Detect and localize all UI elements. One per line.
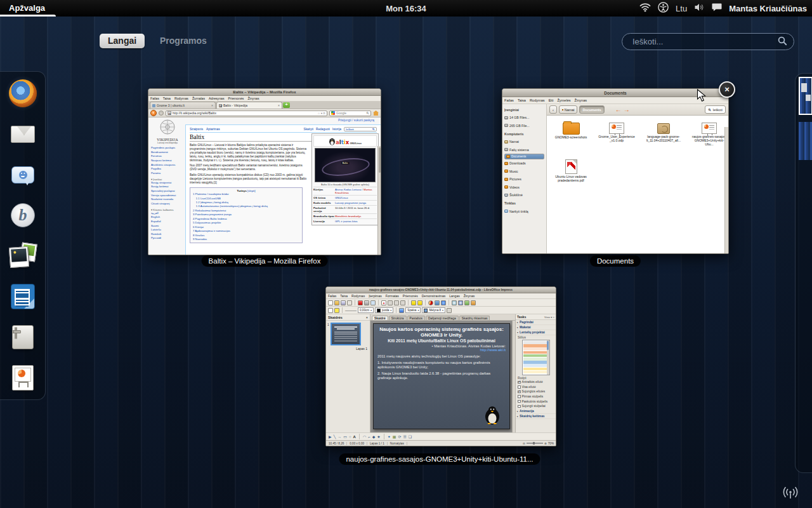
fill-type-select: Spalva▾ bbox=[405, 307, 421, 313]
fill-bucket-icon bbox=[399, 308, 404, 313]
wiki-article: StraipsnisAptarimas SkaitytiRedaguotiIst… bbox=[185, 124, 381, 255]
chat-icon[interactable] bbox=[712, 3, 722, 14]
tab-favicon bbox=[152, 104, 155, 107]
dock-impress-icon[interactable] bbox=[8, 363, 38, 393]
menu-item: Eiti bbox=[549, 98, 554, 102]
wiki-link: Forumas bbox=[151, 154, 184, 159]
zoom-slider bbox=[527, 443, 543, 444]
slides-panel-title: Skaidrės bbox=[328, 316, 343, 319]
back-chevron-button: ‹ bbox=[549, 105, 557, 114]
infobox-row: Paskutinė versija10.04rc3 / 2011 m. kovo… bbox=[313, 205, 377, 213]
dock-shotwell-icon[interactable] bbox=[8, 241, 38, 271]
network-broadcast-icon[interactable] bbox=[780, 486, 801, 504]
window-impress[interactable]: naujos-grafines-sasajos-GNOME3+Unity+kit… bbox=[325, 286, 556, 446]
line-tool-icon: ╲ bbox=[334, 434, 336, 439]
tab-windows[interactable]: Langai bbox=[100, 34, 145, 48]
dock-files-icon[interactable] bbox=[8, 322, 38, 352]
dock-writer-icon[interactable] bbox=[8, 281, 38, 312]
zoom-out-icon: ⊖ bbox=[523, 442, 525, 445]
sidebar-header: Tinklas bbox=[504, 199, 546, 208]
paste-icon bbox=[400, 300, 405, 305]
search-icon bbox=[778, 36, 787, 48]
search-input[interactable]: Ieškoti... bbox=[622, 33, 794, 50]
view-tab: Pastabos bbox=[407, 316, 425, 320]
window-files-documents[interactable]: Documents FailasTaisaRodymasEitiŽymelėsŽ… bbox=[502, 88, 729, 254]
nautilus-toolbar: ‹ Namai Documents ← → 🔍︎Ieškoti bbox=[547, 104, 728, 116]
user-menu[interactable]: Mantas Kriaučiūnas bbox=[729, 4, 807, 13]
pdf-icon bbox=[565, 159, 577, 174]
tab-applications[interactable]: Programos bbox=[160, 34, 207, 48]
menu-item: Demonstravimas bbox=[422, 294, 446, 298]
workspace-thumbnail-1[interactable] bbox=[799, 77, 812, 115]
view-tabs: SkaidrėStruktūraPastabosDalijamoji medži… bbox=[370, 314, 515, 321]
keyboard-layout-indicator[interactable]: Ltu bbox=[676, 4, 687, 13]
sidebar-place-trash: Šiukšlinė bbox=[504, 191, 546, 199]
zoom-in-icon: ⊕ bbox=[544, 442, 547, 445]
dock-banshee-icon[interactable]: b bbox=[8, 200, 38, 231]
sidebar-place-music: Music bbox=[504, 168, 546, 176]
menu-item: Įterpimas bbox=[369, 294, 382, 298]
baltix-screenshot: Baltix bbox=[315, 148, 376, 182]
infobox-row: Branduolio tipasMonolitinis branduolys bbox=[313, 213, 377, 218]
wiki-link: Susiję straipsniai bbox=[151, 181, 184, 185]
nautilus-sidebar: Įrenginiai 14 GB Files... 265 GB File...… bbox=[502, 104, 547, 253]
checkbox-banded-rows: Sujungtos eilutės bbox=[516, 389, 556, 394]
back-arrow-icon: ← bbox=[615, 105, 622, 114]
infobox-row: LicencijaGPL ir įvairios kitos bbox=[313, 218, 377, 224]
article-paragraph: Nuo 2007 metų leidžiami specializuoti Ba… bbox=[190, 164, 308, 171]
impress-menubar: FailasTaisaRodymasĮterpimasFormatasPriem… bbox=[326, 293, 556, 299]
mail-icon bbox=[11, 126, 35, 143]
sidebar-browse-network: Naršyti tinklą bbox=[504, 208, 546, 216]
dock-firefox-icon[interactable] bbox=[8, 78, 38, 109]
wiki-page-tab: Skaityti bbox=[304, 128, 313, 131]
close-window-button[interactable]: × bbox=[719, 81, 735, 98]
menu-item: Rodymas bbox=[351, 294, 365, 298]
rotate-icon: ⟳ bbox=[398, 434, 401, 439]
activities-underline bbox=[0, 15, 56, 17]
table-style-preview bbox=[522, 340, 550, 375]
chart-icon bbox=[428, 300, 433, 305]
search-engine-label: Google bbox=[336, 111, 346, 115]
sidebar-place-documents-selected: Documents bbox=[504, 154, 544, 159]
slides-panel: Skaidrės× 1 Lapas 1 bbox=[326, 314, 370, 432]
hyperlink-icon bbox=[441, 300, 446, 305]
banshee-icon: b bbox=[11, 203, 35, 227]
magnifier-icon: 🔍︎ bbox=[708, 108, 711, 112]
volume-icon[interactable] bbox=[694, 3, 705, 15]
wiki-tabs-right: SkaitytiRedaguotiIstorija bbox=[304, 128, 341, 131]
wiki-language-link: Română bbox=[151, 232, 184, 237]
wifi-icon[interactable] bbox=[639, 3, 651, 15]
accessibility-icon[interactable] bbox=[658, 2, 669, 15]
wikipedia-favicon: W bbox=[219, 104, 222, 107]
fontwork-icon: ✦ bbox=[388, 434, 391, 439]
gallery-icon bbox=[464, 300, 469, 305]
wiki-page-tab: Aptarimas bbox=[206, 128, 220, 131]
shapes-tool-icon: ◆ bbox=[372, 434, 376, 439]
menu-item: Langas bbox=[449, 294, 459, 298]
documents-breadcrumb-button: Documents bbox=[579, 105, 604, 114]
open-icon bbox=[334, 300, 339, 305]
dock-evolution-icon[interactable] bbox=[8, 119, 38, 149]
wiki-link: Specialieji puslapiai bbox=[151, 189, 184, 194]
navigator-icon bbox=[471, 300, 476, 305]
curve-tool-icon: ◠ bbox=[363, 434, 366, 439]
wiki-link: Susiję keitimai bbox=[151, 185, 184, 189]
back-button: ‹ bbox=[150, 110, 157, 116]
arrow-tool-icon: → bbox=[337, 435, 341, 439]
wiki-tools-links: Susiję straipsniaiSusiję keitimaiSpecial… bbox=[151, 181, 184, 206]
view-tab: Skaidrė bbox=[372, 316, 388, 320]
toc-list: 1 Platinimo / naudojimo būdai 1.1 LiveCD… bbox=[193, 192, 299, 241]
url-bar: Whttp://lt.wikipedia.org/wiki/Baltix☆ ▾ … bbox=[166, 110, 327, 116]
menu-item: Taisa bbox=[163, 97, 171, 100]
toc-title: Turinys bbox=[237, 189, 247, 192]
style-label: Stilius bbox=[516, 335, 556, 339]
wiki-link: Bendruomenė bbox=[151, 150, 184, 155]
wiki-sidebar: VIKIPEDIJA Laisvoji enciklopedija Pagrin… bbox=[148, 117, 185, 255]
workspace-thumbnail-2[interactable] bbox=[799, 122, 812, 160]
window-firefox[interactable]: Baltix – Vikipedija – Mozilla Firefox Fa… bbox=[148, 88, 381, 255]
folder-icon bbox=[563, 123, 580, 135]
slide-subtitle: Kiti 2011 metų Ubuntu/Baltix Linux OS pa… bbox=[377, 338, 506, 343]
table-of-contents: Turinys [slėpti] 1 Platinimo / naudojimo… bbox=[190, 187, 303, 243]
photos-icon bbox=[10, 243, 36, 269]
dock-empathy-icon[interactable] bbox=[8, 159, 38, 190]
